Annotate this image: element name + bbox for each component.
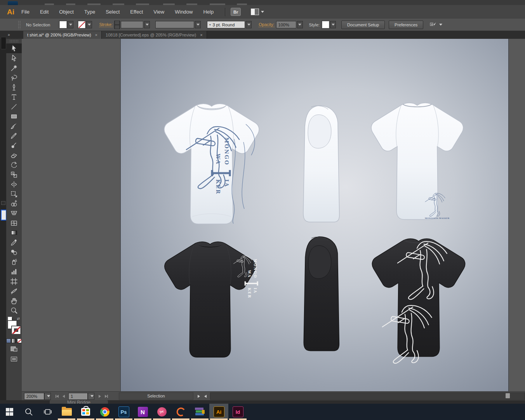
scale-tool[interactable] [6, 170, 22, 179]
task-view-button[interactable] [38, 404, 57, 420]
gradient-tool[interactable] [6, 228, 22, 238]
scrollbar-thumb[interactable] [506, 393, 510, 398]
stroke-weight-stepper[interactable] [114, 21, 120, 29]
perspective-grid-tool[interactable] [6, 208, 22, 218]
snip-button[interactable]: ✂ [152, 404, 171, 420]
chrome-button[interactable] [95, 404, 114, 420]
illustrator-button[interactable]: Ai [209, 404, 228, 420]
menu-edit[interactable]: Edit [40, 9, 49, 15]
document-tab-converted-eps[interactable]: 10818 [Converted].eps @ 205% (RGB/Previe… [102, 31, 207, 39]
menu-effect[interactable]: Effect [130, 9, 143, 15]
selection-tool[interactable] [6, 43, 22, 53]
winrar-button[interactable] [190, 404, 209, 420]
panel-grip[interactable] [18, 21, 21, 29]
scroll-left-button[interactable] [202, 394, 208, 399]
paintbrush-tool[interactable] [6, 121, 22, 131]
stroke-color-swatch[interactable] [78, 21, 85, 28]
onenote-button[interactable]: N [133, 404, 152, 420]
eyedropper-tool[interactable] [6, 238, 22, 247]
profile-dropdown[interactable] [246, 21, 252, 28]
free-transform-tool[interactable] [6, 189, 22, 199]
type-tool[interactable] [6, 92, 22, 102]
symbol-sprayer-tool[interactable] [6, 257, 22, 267]
menu-file[interactable]: File [21, 9, 30, 15]
preferences-button[interactable]: Preferences [389, 21, 423, 29]
width-tool[interactable] [6, 179, 22, 189]
mesh-tool[interactable] [6, 218, 22, 228]
close-icon[interactable]: × [95, 33, 97, 37]
status-display[interactable]: Selection [119, 392, 193, 400]
artboard-number-dropdown[interactable] [88, 393, 94, 400]
artboard-tool[interactable] [6, 276, 22, 286]
blob-brush-tool[interactable] [6, 141, 22, 150]
variable-width-profile-field[interactable]: • 3 pt. Round [207, 21, 245, 28]
workspace-switcher[interactable] [251, 9, 264, 15]
zoom-level-dropdown[interactable] [44, 393, 51, 400]
zoom-tool[interactable] [6, 305, 22, 315]
document-tab-tshirt[interactable]: t shirt.ai* @ 200% (RGB/Preview) × [23, 31, 102, 39]
lasso-tool[interactable] [6, 73, 22, 82]
brush-definition-field[interactable] [155, 21, 194, 28]
microsoft-store-button[interactable] [76, 404, 95, 420]
artboard-number-field[interactable]: 1 [68, 393, 88, 400]
close-icon[interactable]: × [200, 33, 202, 37]
document-canvas[interactable]: MONGO WA IA KER [22, 39, 525, 391]
stroke-color-dropdown[interactable] [86, 21, 92, 28]
style-dropdown[interactable] [330, 21, 336, 28]
next-artboard-button[interactable] [97, 394, 103, 399]
menu-object[interactable]: Object [59, 9, 74, 15]
previous-artboard-button[interactable] [61, 394, 66, 399]
fill-color-swatch[interactable] [59, 21, 67, 28]
bridge-button[interactable]: Br [231, 8, 241, 16]
opacity-dropdown[interactable] [297, 21, 303, 28]
none-button[interactable] [17, 338, 22, 343]
origin-button[interactable] [171, 404, 190, 420]
menu-help[interactable]: Help [203, 9, 214, 15]
direct-selection-tool[interactable] [6, 53, 22, 63]
screen-mode-button[interactable] [6, 355, 22, 363]
photoshop-button[interactable]: Ps [114, 404, 133, 420]
rectangle-tool[interactable] [6, 111, 22, 121]
zoom-level-field[interactable]: 200% [24, 393, 44, 400]
default-fill-stroke-button[interactable] [8, 317, 12, 321]
slice-tool[interactable] [6, 286, 22, 296]
minibridge-tab[interactable]: Mini Bridge [50, 400, 108, 404]
column-graph-tool[interactable] [6, 267, 22, 276]
fill-color-dropdown[interactable] [68, 21, 73, 28]
stroke-weight-dropdown[interactable] [144, 21, 150, 28]
line-segment-tool[interactable] [6, 102, 22, 111]
pencil-tool[interactable] [6, 131, 22, 141]
first-artboard-button[interactable] [54, 394, 60, 399]
indesign-button[interactable]: Id [228, 404, 247, 420]
document-setup-button[interactable]: Document Setup [341, 21, 385, 29]
brush-definition-dropdown[interactable] [195, 21, 201, 28]
opacity-field[interactable]: 100% [276, 21, 296, 28]
eraser-tool[interactable] [6, 150, 22, 160]
start-button[interactable] [0, 404, 19, 420]
artboard-image[interactable]: MONGO WA IA KER [120, 39, 509, 391]
pen-tool[interactable] [6, 82, 22, 92]
style-swatch[interactable] [322, 21, 329, 28]
menu-window[interactable]: Window [175, 9, 193, 15]
stroke-weight-field[interactable] [121, 21, 143, 28]
file-explorer-button[interactable] [57, 404, 76, 420]
magic-wand-tool[interactable] [6, 63, 22, 73]
align-options[interactable] [429, 21, 442, 28]
rotate-tool[interactable] [6, 160, 22, 170]
menu-type[interactable]: Type [84, 9, 95, 15]
stroke-swatch[interactable] [12, 326, 21, 334]
tools-panel-grip[interactable] [9, 40, 19, 43]
menu-select[interactable]: Select [106, 9, 120, 15]
hand-tool[interactable] [6, 296, 22, 305]
horizontal-scrollbar[interactable] [210, 392, 525, 400]
last-artboard-button[interactable] [103, 394, 109, 399]
taskbar-search-button[interactable] [19, 404, 38, 420]
status-options-button[interactable] [196, 394, 202, 399]
shape-builder-tool[interactable] [6, 199, 22, 208]
color-button[interactable] [6, 338, 11, 343]
swap-fill-stroke-icon[interactable]: ⇄ [17, 317, 20, 321]
menu-view[interactable]: View [153, 9, 164, 15]
drawing-mode-button[interactable] [6, 345, 22, 353]
opacity-label[interactable]: Opacity: [259, 22, 274, 27]
gradient-button[interactable] [12, 338, 16, 343]
